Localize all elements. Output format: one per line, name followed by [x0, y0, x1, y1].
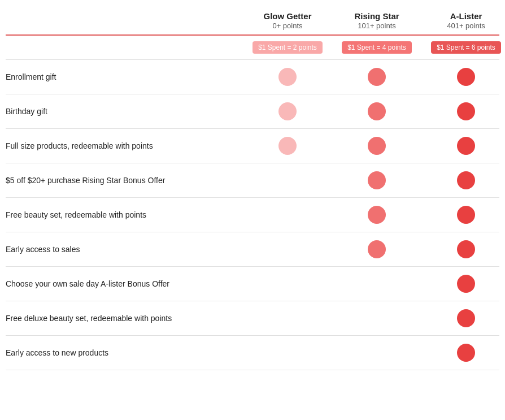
dot-indicator — [278, 68, 297, 86]
feature-row: Early access to sales — [6, 232, 499, 267]
check-cell — [332, 137, 421, 155]
comparison-table: Glow Getter 0+ points Rising Star 101+ p… — [6, 11, 499, 370]
badge-cell-glow-getter: $1 Spent = 2 points — [243, 41, 332, 54]
feature-row: Enrollment gift — [6, 60, 499, 94]
dot-indicator — [457, 344, 475, 362]
check-cell — [243, 137, 332, 155]
tier-points-glow-getter: 0+ points — [272, 21, 302, 30]
feature-row: Early access to new products — [6, 336, 499, 370]
check-cell — [332, 171, 421, 189]
check-cell — [421, 206, 505, 224]
dot-indicator — [457, 275, 475, 293]
tier-col-glow-getter: Glow Getter 0+ points — [243, 11, 332, 30]
check-cell — [421, 240, 505, 258]
dot-indicator — [457, 206, 475, 224]
feature-label: Free deluxe beauty set, redeemable with … — [6, 314, 243, 323]
check-cell — [332, 240, 421, 258]
dot-indicator — [368, 102, 386, 120]
badge-cell-a-lister: $1 Spent = 6 points — [421, 41, 505, 54]
tier-name-a-lister: A-Lister — [421, 11, 505, 21]
dot-indicator — [368, 206, 386, 224]
check-cell — [421, 68, 505, 86]
dot-indicator — [457, 171, 475, 189]
dot-indicator — [368, 137, 386, 155]
dot-indicator — [457, 309, 475, 327]
dot-indicator — [457, 102, 475, 120]
feature-label: Enrollment gift — [6, 72, 243, 81]
table-header: Glow Getter 0+ points Rising Star 101+ p… — [6, 11, 499, 36]
tier-name-glow-getter: Glow Getter — [243, 11, 332, 21]
check-cell — [332, 68, 421, 86]
check-cell — [243, 102, 332, 120]
dot-indicator — [457, 137, 475, 155]
check-cell — [332, 102, 421, 120]
check-cell — [332, 206, 421, 224]
feature-label: Early access to sales — [6, 245, 243, 254]
badge-cell-rising-star: $1 Spent = 4 points — [332, 41, 421, 54]
tier-col-a-lister: A-Lister 401+ points — [421, 11, 505, 30]
dot-indicator — [368, 68, 386, 86]
feature-label: Free beauty set, redeemable with points — [6, 210, 243, 219]
dot-indicator — [457, 240, 475, 258]
check-cell — [421, 275, 505, 293]
feature-label: Early access to new products — [6, 348, 243, 357]
dot-indicator — [368, 240, 386, 258]
feature-label: Full size products, redeemable with poin… — [6, 141, 243, 150]
check-cell — [421, 344, 505, 362]
feature-label: Choose your own sale day A-lister Bonus … — [6, 279, 243, 288]
badge-rising-star: $1 Spent = 4 points — [342, 41, 412, 54]
badge-row: $1 Spent = 2 points $1 Spent = 4 points … — [6, 36, 499, 60]
tier-col-rising-star: Rising Star 101+ points — [332, 11, 421, 30]
tier-name-rising-star: Rising Star — [332, 11, 421, 21]
feature-row: $5 off $20+ purchase Rising Star Bonus O… — [6, 163, 499, 198]
page-container: Glow Getter 0+ points Rising Star 101+ p… — [0, 0, 505, 420]
dot-indicator — [457, 68, 475, 86]
dot-indicator — [278, 137, 297, 155]
feature-rows-container: Enrollment giftBirthday giftFull size pr… — [6, 60, 499, 370]
check-cell — [421, 137, 505, 155]
feature-label: Birthday gift — [6, 107, 243, 116]
feature-label: $5 off $20+ purchase Rising Star Bonus O… — [6, 176, 243, 185]
check-cell — [421, 171, 505, 189]
feature-row: Full size products, redeemable with poin… — [6, 129, 499, 163]
feature-row: Free deluxe beauty set, redeemable with … — [6, 301, 499, 336]
check-cell — [421, 309, 505, 327]
badge-glow-getter: $1 Spent = 2 points — [252, 41, 323, 54]
tier-points-rising-star: 101+ points — [358, 21, 396, 30]
feature-row: Free beauty set, redeemable with points — [6, 198, 499, 232]
check-cell — [421, 102, 505, 120]
badge-a-lister: $1 Spent = 6 points — [431, 41, 501, 54]
dot-indicator — [278, 102, 297, 120]
feature-row: Birthday gift — [6, 94, 499, 129]
check-cell — [243, 68, 332, 86]
tier-points-a-lister: 401+ points — [447, 21, 485, 30]
feature-row: Choose your own sale day A-lister Bonus … — [6, 267, 499, 301]
dot-indicator — [368, 171, 386, 189]
